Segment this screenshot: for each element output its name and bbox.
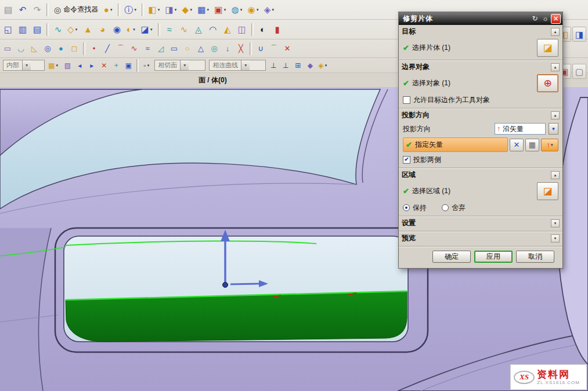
dropdown-caret-icon[interactable]: ▾ [239,8,244,12]
info-icon[interactable]: ⓘ▾ [122,2,139,17]
back-icon[interactable]: ◂ [74,60,85,71]
apply-button[interactable]: 应用 [474,251,513,263]
studio-spline-icon[interactable]: ≈ [141,42,154,56]
thicken-icon[interactable]: ◭ [221,22,235,37]
chevron-down-icon[interactable]: ▼ [549,123,558,135]
command-finder-button[interactable]: ◎ 命令查找器 [50,2,102,17]
revolve-icon[interactable]: ◕ [96,22,110,37]
chevron-down-icon[interactable]: ▾ [180,60,189,70]
dropdown-caret-icon[interactable]: ▾ [270,8,275,12]
render-style-icon[interactable]: ◨▾ [163,2,179,17]
bounded-plane-icon[interactable]: ◻ [68,42,81,56]
allow-target-edges-checkbox[interactable] [403,96,410,104]
snap-point-icon[interactable]: ◈▾ [316,60,330,71]
chevron-down-icon[interactable]: ▾ [22,60,31,70]
trim-body-icon[interactable]: ◪▾ [139,22,156,37]
dropdown-caret-icon[interactable]: ▾ [146,63,150,68]
show-hide-icon[interactable]: ◍▾ [230,2,246,17]
discard-radio[interactable] [442,204,449,211]
dropdown-caret-icon[interactable]: ▾ [189,8,193,12]
dropdown-caret-icon[interactable]: ▾ [156,8,161,12]
datum-plane-icon[interactable]: ◇▾ [66,22,81,37]
dropdown-caret-icon[interactable]: ▾ [174,8,178,12]
four-point-surface-icon[interactable]: ▭ [1,42,14,56]
sphere-icon[interactable]: ● [55,42,67,56]
curve-rule-combo[interactable]: 相连曲线 ▾ [209,60,266,71]
offset-curve-icon[interactable]: ◎ [208,42,221,56]
chevron-down-icon[interactable]: ▾ [551,143,553,147]
dropdown-caret-icon[interactable]: ▾ [205,8,210,12]
layer-settings-icon[interactable]: ▦▾ [46,60,61,71]
circle-icon[interactable]: ○ [181,42,194,56]
dropdown-caret-icon[interactable]: ▾ [149,27,154,32]
dropdown-caret-icon[interactable]: ▾ [55,63,59,68]
cancel-button[interactable]: 取消 [516,251,554,263]
assembly-navigator-icon[interactable]: ⊞ [292,60,304,71]
marquee-select-icon[interactable]: ▫▾ [141,60,153,71]
datum-display-icon[interactable]: ◆▾ [181,2,196,17]
object-color-icon[interactable]: ▧ [62,60,73,71]
ruled-surface-icon[interactable]: ◺ [28,42,41,56]
transform-icon[interactable]: ▣ [122,60,134,71]
sew-icon[interactable]: ◫ [235,22,249,37]
keep-radio[interactable] [403,204,410,211]
dropdown-caret-icon[interactable]: ▾ [133,8,138,12]
view-layout-icon[interactable]: ◧▾ [146,2,163,17]
ok-button[interactable]: 确定 [432,251,471,263]
arc-icon[interactable]: ⌒ [114,42,127,56]
object-display-icon[interactable]: ▣▾ [212,2,229,17]
bridge-curve-icon[interactable]: ⌒ [268,42,280,56]
shaded-view-icon[interactable]: ◐ [256,22,270,37]
line-icon[interactable]: ╱ [101,42,114,56]
sheet-body-icon[interactable]: ◪ [537,39,558,57]
dropdown-caret-icon[interactable]: ▾ [223,8,228,12]
spline-icon[interactable]: ∿ [128,42,140,56]
hole-icon[interactable]: ◉ [110,22,124,37]
dropdown-caret-icon[interactable]: ▾ [109,8,114,12]
chevron-down-icon[interactable]: ▾ [241,60,250,70]
assembly-icon[interactable]: ▮ [270,22,284,37]
project-curve-icon[interactable]: ↓ [221,42,234,56]
undo-icon[interactable]: ↶ [16,2,30,17]
trim-curve-icon[interactable]: ✕ [281,42,294,56]
tile-columns-icon[interactable]: ▥ [16,22,30,37]
expand-preview-icon[interactable]: ▾ [551,234,560,242]
tile-rows-icon[interactable]: ▤ [30,22,44,37]
collapse-region-icon[interactable]: ▴ [551,171,560,179]
inferred-vector-icon[interactable]: ↑▾ [541,139,558,151]
polygon-icon[interactable]: △ [194,42,207,56]
extrude-icon[interactable]: ▲ [81,22,95,37]
point-icon[interactable]: • [88,42,100,56]
window-mode-icon[interactable]: ▢ [572,64,586,79]
select-region-icon[interactable]: ◪ [537,182,558,200]
selection-scope-combo[interactable]: 内部 ▾ [3,60,45,71]
reset-icon[interactable]: ↻ [530,14,540,24]
stop-at-intersection-icon[interactable]: ⊥ [268,60,279,71]
move-object-icon[interactable]: + [110,60,122,71]
intersection-curve-icon[interactable]: ╳ [235,42,247,56]
studio-surface-icon[interactable]: ◡ [15,42,27,56]
collapse-boundary-icon[interactable]: ▴ [551,63,560,71]
n-sided-surface-icon[interactable]: ◬ [192,22,205,37]
through-curves-icon[interactable]: ≈ [163,22,176,37]
move-rotate-icon[interactable]: ◉▾ [246,2,262,17]
select-object-icon[interactable]: ⊕ [537,74,558,92]
close-icon[interactable]: ✕ [551,14,561,24]
dropdown-caret-icon[interactable]: ▾ [74,27,79,32]
project-both-sides-checkbox[interactable]: ✔ [403,156,410,164]
follow-fillet-icon[interactable]: ⊥ [280,60,291,71]
new-window-icon[interactable]: ◱ [1,22,15,37]
gear-icon[interactable]: ☼ [540,14,550,24]
profile-icon[interactable]: ◿ [154,42,167,56]
paste-icon[interactable]: ▤ [1,2,15,17]
swept-icon[interactable]: ∿ [177,22,191,37]
resource-bar-icon[interactable]: ◨ [572,27,586,42]
dropdown-caret-icon[interactable]: ▾ [132,27,136,32]
projection-direction-combo[interactable]: ↑ 沿矢量 [495,123,546,135]
vector-origin-point[interactable] [223,283,228,288]
offset-surface-icon[interactable]: ◠ [206,22,220,37]
sketch-icon[interactable]: ∿ [51,22,65,37]
snap-options-icon[interactable]: ◈▾ [262,2,277,17]
dropdown-caret-icon[interactable]: ▾ [255,8,260,12]
window-split-icon[interactable]: ▦▾ [196,2,212,17]
